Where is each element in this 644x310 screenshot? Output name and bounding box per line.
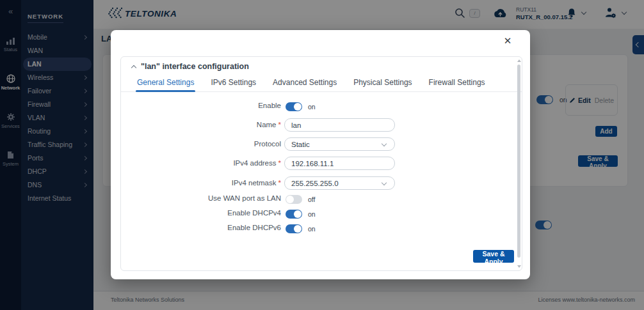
tab-advanced-settings[interactable]: Advanced Settings bbox=[273, 74, 337, 91]
toggle-state-label: on bbox=[308, 103, 316, 111]
ipv4-netmask-select[interactable] bbox=[284, 176, 395, 190]
ipv4-netmask-row: IPv4 netmask* bbox=[121, 176, 522, 190]
ipv4-address-row: IPv4 address* bbox=[121, 157, 522, 171]
toggle-state-label: on bbox=[308, 225, 316, 233]
close-icon[interactable]: ✕ bbox=[502, 35, 513, 47]
field-label: Enable bbox=[121, 102, 281, 109]
configuration-panel: "lan" interface configuration General Se… bbox=[120, 56, 522, 271]
toggle-state-label: off bbox=[308, 196, 315, 203]
tab-firewall-settings[interactable]: Firewall Settings bbox=[429, 74, 485, 91]
required-marker: * bbox=[278, 159, 281, 167]
field-label: IPv4 address bbox=[233, 159, 276, 167]
required-marker: * bbox=[278, 179, 281, 187]
name-row: Name* bbox=[121, 118, 522, 132]
collapse-chevron-icon bbox=[131, 65, 136, 70]
protocol-select[interactable] bbox=[284, 137, 395, 151]
toggle-knob bbox=[286, 196, 294, 203]
wan-as-lan-toggle[interactable] bbox=[286, 195, 302, 204]
panel-title-row[interactable]: "lan" interface configuration bbox=[132, 62, 249, 71]
toggle-state-label: on bbox=[308, 210, 316, 218]
dhcpv4-row: Enable DHCPv4 on bbox=[121, 208, 522, 222]
modal-save-apply-button[interactable]: Save & Apply bbox=[473, 250, 514, 263]
required-marker: * bbox=[278, 121, 281, 128]
protocol-row: Protocol bbox=[121, 137, 522, 151]
field-label: Name bbox=[257, 121, 277, 128]
scrollbar-thumb[interactable] bbox=[517, 65, 520, 258]
ipv4-address-input[interactable] bbox=[284, 157, 395, 170]
tab-general-settings[interactable]: General Settings bbox=[137, 74, 194, 91]
dhcpv4-toggle[interactable] bbox=[286, 210, 302, 219]
dhcpv6-toggle[interactable] bbox=[286, 224, 302, 233]
field-label: Protocol bbox=[121, 140, 281, 148]
wan-as-lan-row: Use WAN port as LAN off bbox=[121, 194, 522, 208]
toggle-knob bbox=[294, 210, 302, 218]
name-input[interactable] bbox=[284, 118, 395, 132]
dhcpv6-row: Enable DHCPv6 on bbox=[121, 223, 522, 237]
panel-title: "lan" interface configuration bbox=[141, 62, 249, 71]
tab-physical-settings[interactable]: Physical Settings bbox=[353, 74, 412, 91]
interface-configuration-modal: ✕ "lan" interface configuration General … bbox=[111, 30, 530, 279]
scrollbar-down-arrow[interactable] bbox=[517, 265, 521, 268]
field-label: Enable DHCPv6 bbox=[121, 224, 281, 231]
tab-ipv6-settings[interactable]: IPv6 Settings bbox=[211, 74, 256, 91]
toggle-knob bbox=[294, 103, 302, 111]
field-label: IPv4 netmask bbox=[232, 179, 277, 187]
settings-tabs: General Settings IPv6 Settings Advanced … bbox=[121, 74, 522, 92]
enable-row: Enable on bbox=[121, 101, 522, 115]
field-label: Enable DHCPv4 bbox=[121, 209, 281, 217]
app: TELTONIKA / RUTX11 RUTX_R_00.07.15.2 bbox=[0, 0, 644, 310]
scrollbar-up-arrow[interactable] bbox=[517, 59, 521, 62]
toggle-knob bbox=[294, 225, 302, 233]
enable-toggle[interactable] bbox=[286, 102, 302, 111]
field-label: Use WAN port as LAN bbox=[121, 194, 281, 202]
